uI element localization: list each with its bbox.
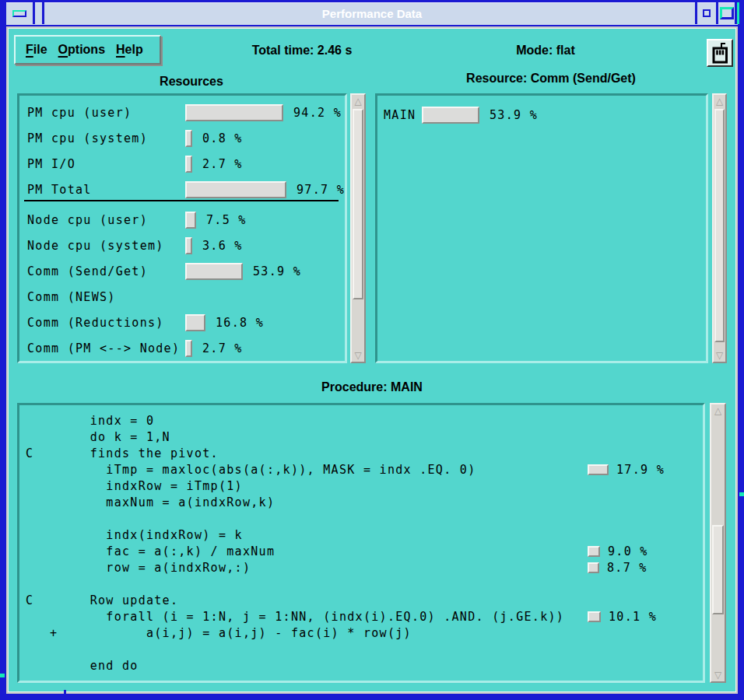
usage-meter (185, 263, 243, 280)
resource-row-label: PM cpu (user) (27, 104, 132, 121)
resource-row[interactable]: Comm (Send/Get)53.9 % (19, 263, 345, 280)
usage-meter (185, 237, 192, 254)
frame-resize-notch[interactable] (0, 674, 5, 677)
line-usage-meter (588, 546, 600, 557)
frame-accent (737, 2, 739, 24)
resource-row-label: PM Total (27, 181, 92, 198)
usage-value: 2.7 % (202, 156, 243, 173)
resource-row[interactable]: Node cpu (user)7.5 % (19, 212, 345, 229)
total-time-label: Total time: 2.46 s (216, 43, 388, 58)
context-help-button[interactable] (707, 39, 733, 67)
line-usage-value: 9.0 % (608, 544, 648, 560)
usage-value: 53.9 % (490, 107, 538, 124)
maximize-icon (720, 7, 734, 19)
mouse-icon (711, 41, 729, 65)
resource-row-label: Comm (NEWS) (27, 289, 116, 306)
scroll-down-icon[interactable]: ▽ (352, 350, 364, 361)
menu-options[interactable]: Options (58, 43, 105, 57)
procedure-scrollbar-thumb[interactable] (712, 525, 724, 614)
line-usage-value: 10.1 % (609, 609, 657, 625)
resource-row[interactable]: PM I/O2.7 % (19, 156, 345, 173)
mode-label: Mode: flat (468, 43, 623, 58)
titlebar-separator (42, 2, 44, 24)
scroll-up-icon[interactable]: △ (714, 96, 725, 107)
resource-row[interactable]: Comm (NEWS) (19, 289, 345, 306)
performance-data-window: Performance Data FileOptionsHelp Total t… (0, 0, 744, 700)
source-code[interactable]: indx = 0 do k = 1,N C finds the pivot. i… (26, 413, 564, 674)
resource-row-label: Comm (Reductions) (27, 314, 164, 331)
line-usage-meter (588, 464, 609, 475)
usage-value: 0.8 % (202, 130, 243, 147)
window-title: Performance Data (6, 3, 738, 24)
resource-row[interactable]: PM cpu (user)94.2 % (19, 104, 345, 121)
frame-resize-notch[interactable] (739, 492, 744, 496)
resources-scrollbar[interactable]: △ ▽ (350, 93, 366, 363)
line-usage-value: 17.9 % (616, 462, 665, 478)
usage-value: 16.8 % (216, 314, 264, 331)
section-separator (24, 200, 339, 201)
resource-row-label: Comm (Send/Get) (27, 263, 148, 280)
resource-row[interactable]: MAIN53.9 % (377, 107, 706, 124)
usage-meter (422, 107, 479, 124)
resource-row[interactable]: PM cpu (system)0.8 % (19, 130, 345, 147)
window-menu-dash-icon (12, 10, 26, 17)
menu-help[interactable]: Help (116, 43, 143, 57)
menu-file[interactable]: File (26, 43, 47, 57)
resource-row-label: PM I/O (27, 156, 75, 173)
procedure-scrollbar[interactable]: △ ▽ (710, 403, 726, 683)
usage-value: 97.7 % (297, 181, 345, 198)
procedure-panel-title: Procedure: MAIN (0, 380, 744, 395)
resource-detail-list: MAIN53.9 % (375, 93, 708, 363)
maximize-button[interactable] (718, 2, 735, 24)
resource-row-label: Comm (PM <--> Node) (27, 340, 180, 357)
resource-detail-scrollbar-thumb[interactable] (714, 109, 725, 342)
scroll-down-icon[interactable]: ▽ (711, 670, 725, 681)
window-menu-button[interactable] (6, 2, 33, 24)
usage-value: 94.2 % (293, 104, 342, 121)
resource-detail-scrollbar[interactable]: △ ▽ (712, 93, 727, 363)
resource-row-label: PM cpu (system) (27, 130, 148, 147)
usage-value: 53.9 % (253, 263, 301, 280)
resources-scrollbar-thumb[interactable] (353, 109, 363, 299)
usage-meter (185, 314, 205, 331)
line-usage-meter (588, 611, 601, 622)
usage-meter (185, 130, 192, 147)
iconify-icon (703, 9, 711, 17)
resources-list: PM cpu (user)94.2 %PM cpu (system)0.8 %P… (17, 93, 347, 363)
frame-resize-notch[interactable] (64, 690, 66, 695)
resource-detail-panel-title: Resource: Comm (Send/Get) (375, 71, 727, 86)
usage-meter (185, 104, 283, 121)
line-usage-value: 8.7 % (607, 560, 647, 576)
resource-row[interactable]: Comm (Reductions)16.8 % (19, 314, 345, 331)
resource-row-label: MAIN (384, 107, 416, 124)
usage-meter (185, 212, 196, 229)
usage-value: 7.5 % (206, 212, 247, 229)
usage-meter (185, 340, 192, 357)
titlebar[interactable]: Performance Data (6, 2, 738, 25)
usage-value: 3.6 % (202, 237, 243, 254)
usage-meter (185, 181, 286, 198)
scroll-up-icon[interactable]: △ (711, 405, 725, 416)
menubar: FileOptionsHelp (14, 35, 161, 65)
scroll-up-icon[interactable]: △ (352, 96, 364, 107)
titlebar-separator (33, 2, 35, 24)
resources-panel-title: Resources (17, 74, 366, 89)
resource-row[interactable]: Node cpu (system)3.6 % (19, 237, 345, 254)
resource-row-label: Node cpu (system) (27, 237, 164, 254)
resource-row-label: Node cpu (user) (27, 212, 148, 229)
usage-meter (185, 156, 192, 173)
procedure-source-list: indx = 0 do k = 1,N C finds the pivot. i… (17, 403, 705, 683)
scroll-down-icon[interactable]: ▽ (714, 350, 725, 361)
usage-value: 2.7 % (202, 340, 243, 357)
resource-row[interactable]: PM Total97.7 % (19, 181, 345, 198)
line-usage-meter (588, 562, 599, 573)
resource-row[interactable]: Comm (PM <--> Node)2.7 % (19, 340, 345, 357)
iconify-button[interactable] (697, 2, 716, 24)
